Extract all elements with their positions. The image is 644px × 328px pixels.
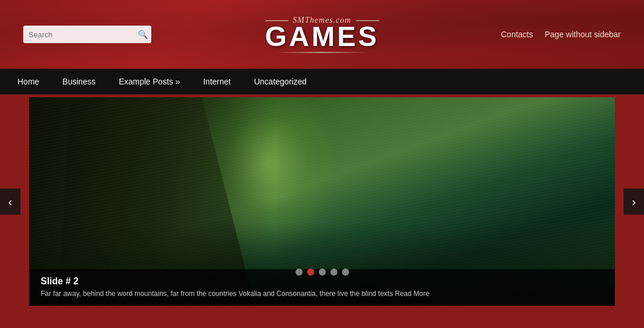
slider-next-button[interactable]: › [624, 189, 644, 215]
nav-item-home: Home [6, 70, 51, 93]
slider-container: Slide # 2 Far far away, behind the word … [29, 97, 615, 306]
search-button[interactable]: 🔍 [138, 30, 148, 39]
slide-title: Slide # 2 [41, 276, 603, 287]
nav-page-without-sidebar[interactable]: Page without sidebar [545, 30, 621, 39]
nav-link-example-posts[interactable]: Example Posts » [107, 70, 191, 93]
nav-link-business[interactable]: Business [51, 70, 107, 93]
site-title: GAMES [265, 23, 379, 51]
slider-outer: ‹ Slide # 2 Far [29, 97, 615, 306]
nav-link-home[interactable]: Home [6, 70, 51, 93]
search-container: 🔍 [23, 26, 151, 43]
dot-2[interactable] [307, 269, 314, 276]
slider-dots [296, 269, 349, 276]
search-icon: 🔍 [138, 30, 148, 39]
site-header: 🔍 SMThemes.com GAMES Contacts Page witho… [0, 0, 644, 69]
nav-item-uncategorized: Uncategorized [243, 70, 318, 93]
dot-4[interactable] [330, 269, 337, 276]
dot-1[interactable] [296, 269, 303, 276]
logo-area: SMThemes.com GAMES [265, 16, 379, 53]
header-nav: Contacts Page without sidebar [501, 30, 621, 39]
nav-item-business: Business [51, 70, 107, 93]
nav-item-example-posts: Example Posts » [107, 70, 191, 93]
nav-link-uncategorized[interactable]: Uncategorized [243, 70, 318, 93]
main-content: ‹ Slide # 2 Far [0, 94, 644, 306]
nav-menu: Home Business Example Posts » Internet U… [6, 70, 318, 93]
search-input[interactable] [23, 26, 151, 43]
dot-3[interactable] [319, 269, 326, 276]
slider-prev-button[interactable]: ‹ [0, 189, 20, 215]
nav-item-internet: Internet [191, 70, 242, 93]
nav-contacts[interactable]: Contacts [501, 30, 533, 39]
logo-underline [276, 52, 368, 53]
dot-5[interactable] [342, 269, 349, 276]
nav-link-internet[interactable]: Internet [191, 70, 242, 93]
slide-description: Far far away, behind the word mountains,… [41, 289, 603, 299]
main-navbar: Home Business Example Posts » Internet U… [0, 69, 644, 94]
